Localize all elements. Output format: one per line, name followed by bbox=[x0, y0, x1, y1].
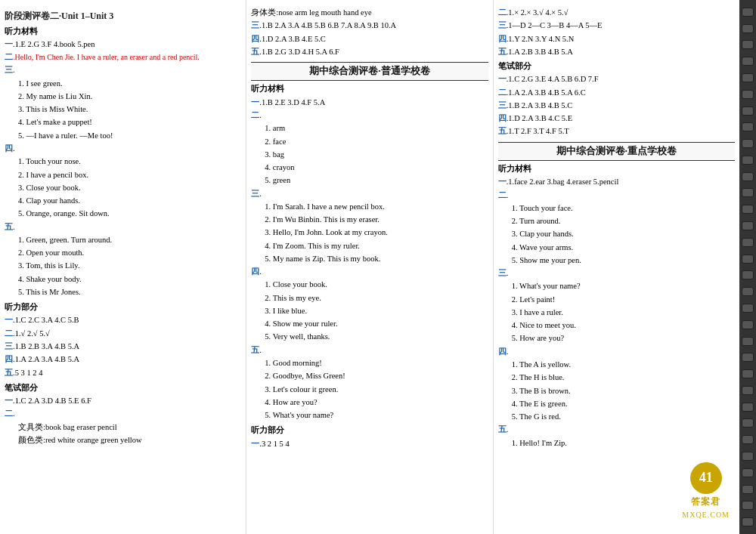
spiral-hole bbox=[742, 270, 754, 279]
watermark-brand: 答案君 bbox=[691, 495, 720, 509]
spiral-hole bbox=[742, 205, 754, 214]
col1-3-4: 4. Let's make a puppet! bbox=[5, 116, 241, 128]
spiral-hole bbox=[742, 8, 754, 17]
col3-4-label: 四. bbox=[498, 346, 735, 358]
col3-3-2: 2. Let's paint! bbox=[498, 294, 735, 306]
col2-section2: 听力部分 bbox=[251, 424, 488, 437]
col2-5-label: 五. bbox=[251, 344, 488, 357]
col2-5-2: 2. Goodbye, Miss Green! bbox=[251, 370, 488, 382]
spiral-hole bbox=[742, 501, 754, 510]
col3-3-1: 1. What's your name? bbox=[498, 280, 735, 292]
col3-5-label: 五. bbox=[498, 424, 735, 436]
col3-3-3: 3. I have a ruler. bbox=[498, 307, 735, 319]
col3-2-2-4: 4. Wave your arms. bbox=[498, 242, 735, 254]
spiral-hole bbox=[742, 73, 754, 82]
spiral-hole bbox=[742, 139, 754, 148]
col1-5-3: 3. Tom, this is Lily. bbox=[5, 260, 241, 272]
col1-2-4: 四.1.A 2.A 3.A 4.B 5.A bbox=[5, 353, 241, 366]
col2-body-header: 身体类:nose arm leg mouth hand eye bbox=[251, 7, 488, 19]
spiral-hole bbox=[742, 517, 754, 526]
col2-5-3: 3. Let's colour it green. bbox=[251, 384, 488, 396]
col2-2-label: 二. bbox=[251, 110, 488, 122]
spiral-hole bbox=[742, 287, 754, 296]
col2-top-3: 五.1.B 2.G 3.D 4.H 5.A 6.F bbox=[251, 46, 488, 58]
col1-section2: 听力部分 bbox=[5, 301, 241, 313]
col1-3a-2-b: 颜色类:red white orange green yellow bbox=[5, 434, 241, 446]
col1-section1: 听力材料 bbox=[5, 26, 241, 38]
col1-3a-2-a: 文具类:book bag eraser pencil bbox=[5, 421, 241, 434]
spiral-hole bbox=[742, 353, 754, 362]
column-2: 身体类:nose arm leg mouth hand eye 三.1.B 2.… bbox=[246, 0, 493, 534]
col2-2-2: 2. face bbox=[251, 136, 488, 148]
col3-4-2: 2. The H is blue. bbox=[498, 372, 735, 384]
col1-4-2: 2. I have a pencil box. bbox=[5, 169, 241, 181]
col1-item5-label: 五. bbox=[5, 221, 241, 233]
col2-5-4: 4. How are you? bbox=[251, 397, 488, 409]
column-3: 二.1.× 2.× 3.√ 4.× 5.√ 三.1—D 2—C 3—B 4—A … bbox=[494, 0, 739, 534]
col3-1-1: 一.1.C 2.G 3.E 4.A 5.B 6.D 7.F bbox=[498, 73, 735, 85]
col1-3a-1: 一.1.C 2.A 3.D 4.B 5.E 6.F bbox=[5, 395, 241, 407]
col2-3-5: 5. My name is Zip. This is my book. bbox=[251, 253, 488, 265]
col1-2-2: 二.1.√ 2.√ 5.√ bbox=[5, 328, 241, 340]
col3-2-2-2: 2. Turn around. bbox=[498, 215, 735, 227]
spiral-hole bbox=[742, 418, 754, 428]
col3-top-1: 二.1.× 2.× 3.√ 4.× 5.√ bbox=[498, 7, 735, 19]
spiral-hole bbox=[742, 468, 754, 477]
spiral-hole bbox=[742, 188, 754, 197]
col1-3a-2-label: 二. bbox=[5, 408, 241, 420]
spiral-hole bbox=[742, 90, 754, 99]
col2-2-5: 5. green bbox=[251, 174, 488, 187]
watermark-circle: 41 bbox=[690, 462, 722, 494]
col2-5-5: 5. What's your name? bbox=[251, 409, 488, 421]
col3-section1: 笔试部分 bbox=[498, 60, 735, 73]
col2-4-5: 5. Very well, thanks. bbox=[251, 331, 488, 343]
spiral-hole bbox=[742, 106, 754, 116]
col1-4-4: 4. Clap your hands. bbox=[5, 195, 241, 207]
col3-1-3: 三.1.B 2.A 3.B 4.B 5.C bbox=[498, 100, 735, 112]
col1-3-2: 2. My name is Liu Xin. bbox=[5, 91, 241, 103]
col2-mid-title: 期中综合测评卷·普通学校卷 bbox=[251, 62, 488, 81]
col3-section2: 听力材料 bbox=[498, 163, 735, 175]
col2-4-1: 1. Close your book. bbox=[251, 279, 488, 291]
spiral-hole bbox=[742, 255, 754, 264]
spiral-hole bbox=[742, 304, 754, 313]
col2-top-1: 三.1.B 2.A 3.A 4.B 5.B 6.B 7.A 8.A 9.B 10… bbox=[251, 20, 488, 32]
spiral-hole bbox=[742, 403, 754, 412]
col2-4-label: 四. bbox=[251, 266, 488, 278]
col2-top-2: 四.1.D 2.A 3.B 4.E 5.C bbox=[251, 33, 488, 45]
col1-section3: 笔试部分 bbox=[5, 382, 241, 394]
col1-4-1: 1. Touch your nose. bbox=[5, 156, 241, 168]
col3-3-5: 5. How are you? bbox=[498, 332, 735, 344]
col2-3-3: 3. Hello, I'm John. Look at my crayon. bbox=[251, 227, 488, 239]
col1-item3-label: 三. bbox=[5, 64, 241, 76]
spiral-hole bbox=[742, 485, 754, 494]
col3-4-1: 1. The A is yellow. bbox=[498, 359, 735, 371]
col3-4-5: 5. The G is red. bbox=[498, 411, 735, 423]
col2-5-1: 1. Good morning! bbox=[251, 357, 488, 369]
col3-top-2: 三.1—D 2—C 3—B 4—A 5—E bbox=[498, 20, 735, 32]
col3-4-4: 4. The E is green. bbox=[498, 398, 735, 410]
col3-top-3: 四.1.Y 2.N 3.Y 4.N 5.N bbox=[498, 33, 735, 45]
col3-1-5: 五.1.T 2.F 3.T 4.F 5.T bbox=[498, 125, 735, 137]
col3-top-4: 五.1.A 2.B 3.B 4.B 5.A bbox=[498, 46, 735, 58]
watermark: 41 答案君 MXQE.COM bbox=[682, 462, 730, 520]
spiral-hole bbox=[742, 369, 754, 378]
col3-3-label: 三. bbox=[498, 267, 735, 279]
spiral-hole bbox=[742, 221, 754, 230]
col3-mid-title: 期中综合测评卷·重点学校卷 bbox=[498, 142, 735, 161]
spiral-hole bbox=[742, 337, 754, 346]
watermark-url: MXQE.COM bbox=[682, 509, 730, 521]
spiral-hole bbox=[742, 57, 754, 66]
col3-2-2-label: 二. bbox=[498, 190, 735, 202]
col1-5-1: 1. Green, green. Turn around. bbox=[5, 234, 241, 246]
spiral-hole bbox=[742, 238, 754, 247]
col2-section1: 听力材料 bbox=[251, 83, 488, 95]
spiral-hole bbox=[742, 435, 754, 444]
col2-1-1: 一.1.B 2.E 3.D 4.F 5.A bbox=[251, 97, 488, 109]
col1-2-5: 五.5 3 1 2 4 bbox=[5, 367, 241, 379]
col1-item1: 一.1.E 2.G 3.F 4.book 5.pen bbox=[5, 39, 241, 51]
spiral-hole bbox=[742, 386, 754, 395]
col3-2-1: 一.1.face 2.ear 3.bag 4.eraser 5.pencil bbox=[498, 176, 735, 188]
spiral-hole bbox=[742, 156, 754, 165]
col3-1-4: 四.1.D 2.A 3.B 4.C 5.E bbox=[498, 113, 735, 125]
